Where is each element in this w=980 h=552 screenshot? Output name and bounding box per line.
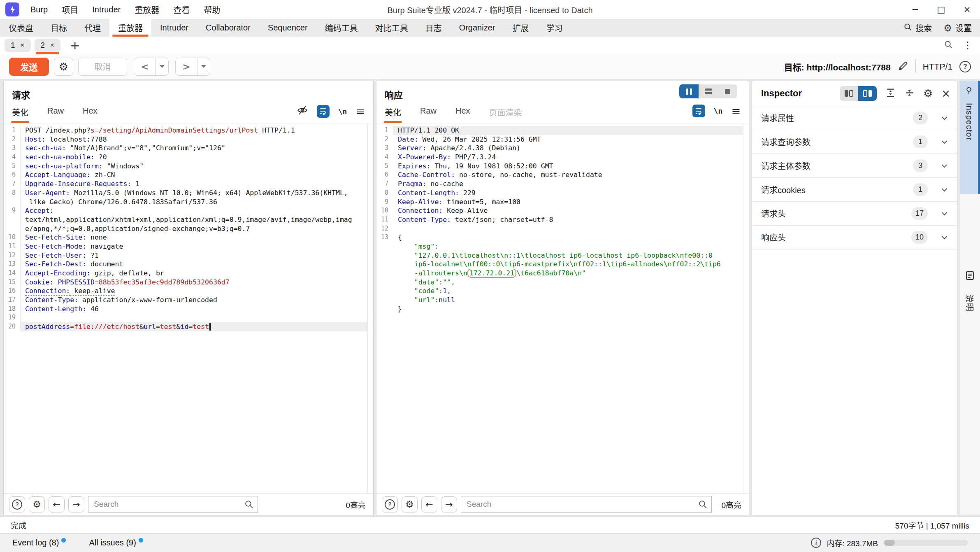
- global-settings-button[interactable]: ⚙ 设置: [943, 22, 972, 34]
- main-tab-7[interactable]: 编码工具: [316, 19, 367, 37]
- main-tab-5[interactable]: Collaborator: [197, 19, 259, 37]
- tab-overflow-menu-icon[interactable]: ⋮: [963, 40, 973, 51]
- code-text: {: [393, 233, 743, 242]
- inspector-settings-icon[interactable]: ⚙: [923, 87, 933, 100]
- search-help-button[interactable]: ?: [382, 496, 398, 512]
- request-header: 请求 美化RawHex \n ≡: [4, 81, 373, 123]
- history-forward-button[interactable]: >: [176, 58, 197, 75]
- menu-item-4[interactable]: 查看: [166, 0, 197, 19]
- editor-menu-icon[interactable]: ≡: [731, 105, 741, 116]
- close-button[interactable]: ×: [954, 0, 980, 19]
- main-tab-11[interactable]: 扩展: [504, 19, 537, 37]
- search-previous-button[interactable]: ←: [421, 496, 437, 512]
- layout-single-button[interactable]: [718, 84, 737, 98]
- rows-icon: [705, 89, 712, 94]
- request-editor[interactable]: 1POST /index.php?s=/setting/ApiAdminDoma…: [4, 123, 373, 493]
- response-view-tab-1[interactable]: Raw: [420, 106, 437, 123]
- sidebar-tab-inspector[interactable]: Inspector: [960, 81, 980, 194]
- eye-off-icon[interactable]: [297, 105, 308, 118]
- close-tab-icon[interactable]: ×: [50, 41, 54, 49]
- inspector-section-3[interactable]: 请求cookies1: [752, 178, 957, 202]
- request-view-tab-1[interactable]: Raw: [47, 106, 64, 123]
- layout-rows-button[interactable]: [699, 84, 718, 98]
- main-tab-6[interactable]: Sequencer: [259, 19, 316, 37]
- request-search-input[interactable]: [88, 496, 258, 513]
- event-log-button[interactable]: Event log (8): [12, 538, 66, 547]
- repeater-tab-1[interactable]: 1×: [5, 39, 31, 52]
- inspector-section-2[interactable]: 请求主体参数3: [752, 154, 957, 178]
- editor-menu-icon[interactable]: ≡: [355, 106, 365, 117]
- cancel-button[interactable]: 取消: [78, 58, 127, 76]
- count-badge: 10: [911, 231, 928, 244]
- edit-target-icon[interactable]: [898, 61, 908, 73]
- code-line: 9Accept:: [4, 206, 373, 215]
- menu-item-1[interactable]: 项目: [55, 0, 85, 19]
- response-view-tab-2[interactable]: Hex: [455, 106, 470, 123]
- main-tab-0[interactable]: 仪表盘: [0, 19, 42, 37]
- repeater-tab-2[interactable]: 2×: [35, 39, 61, 52]
- inspector-section-5[interactable]: 响应头10: [752, 226, 957, 249]
- main-tab-9[interactable]: 日志: [417, 19, 451, 37]
- main-tab-3[interactable]: 重放器: [109, 19, 151, 37]
- target-url: 目标: http://localhost:7788: [784, 61, 891, 73]
- info-icon[interactable]: i: [811, 538, 821, 548]
- menu-item-0[interactable]: Burp: [23, 0, 55, 19]
- menu-item-3[interactable]: 重放器: [128, 0, 166, 19]
- expand-all-icon[interactable]: [885, 88, 896, 100]
- main-tab-1[interactable]: 目标: [42, 19, 76, 37]
- main-tab-2[interactable]: 代理: [76, 19, 109, 37]
- response-view-tab-3[interactable]: 页面渲染: [489, 106, 522, 123]
- forward-button-group: >: [175, 58, 210, 76]
- dock-right-button[interactable]: [858, 86, 877, 101]
- history-back-button[interactable]: <: [134, 58, 156, 75]
- response-view-tab-0[interactable]: 美化: [385, 106, 401, 123]
- minimize-button[interactable]: −: [902, 0, 928, 19]
- help-icon[interactable]: ?: [959, 61, 971, 72]
- search-help-button[interactable]: ?: [9, 496, 25, 512]
- history-back-dropdown[interactable]: [156, 58, 168, 75]
- inspector-section-1[interactable]: 请求查询参数1: [752, 130, 957, 154]
- history-forward-dropdown[interactable]: [197, 58, 210, 75]
- menu-item-2[interactable]: Intruder: [85, 0, 128, 19]
- all-issues-button[interactable]: All issues (9): [89, 538, 143, 547]
- main-tab-12[interactable]: 学习: [537, 19, 571, 37]
- search-settings-button[interactable]: ⚙: [29, 496, 45, 512]
- send-settings-button[interactable]: ⚙: [54, 58, 73, 76]
- maximize-button[interactable]: □: [928, 0, 954, 19]
- code-text: sec-ch-ua-mobile: ?0: [20, 153, 367, 162]
- main-tab-4[interactable]: Intruder: [151, 19, 197, 37]
- dock-left-button[interactable]: [840, 86, 858, 101]
- sidebar-tab-notes[interactable]: 说明: [960, 265, 980, 312]
- response-editor[interactable]: 1HTTP/1.1 200 OK2Date: Wed, 26 Mar 2025 …: [376, 123, 749, 493]
- search-next-button[interactable]: →: [68, 496, 84, 512]
- inspector-close-icon[interactable]: ×: [941, 88, 950, 99]
- send-button[interactable]: 发送: [9, 58, 49, 76]
- inspector-section-0[interactable]: 请求属性2: [752, 106, 957, 130]
- highlight-count: 0高亮: [721, 499, 743, 510]
- request-view-tab-2[interactable]: Hex: [83, 106, 98, 123]
- main-tab-10[interactable]: Organizer: [451, 19, 504, 37]
- code-text: Content-Length: 46: [20, 305, 367, 314]
- word-wrap-toggle-icon[interactable]: [317, 105, 330, 118]
- response-search-input[interactable]: [461, 496, 712, 513]
- code-text: "msg":: [393, 242, 743, 251]
- text-cursor: [209, 323, 211, 331]
- newline-characters-icon[interactable]: \n: [338, 107, 347, 116]
- global-search-button[interactable]: 搜索: [903, 22, 932, 34]
- collapse-all-icon[interactable]: [904, 88, 915, 100]
- add-tab-button[interactable]: +: [67, 38, 82, 52]
- line-number: 6: [4, 170, 20, 179]
- layout-columns-button[interactable]: [679, 84, 699, 98]
- inspector-section-4[interactable]: 请求头17: [752, 202, 957, 226]
- search-settings-button[interactable]: ⚙: [402, 496, 418, 512]
- menu-item-5[interactable]: 帮助: [197, 0, 227, 19]
- newline-characters-icon[interactable]: \n: [714, 107, 723, 115]
- http-version-selector[interactable]: HTTP/1: [923, 62, 952, 72]
- tab-search-icon[interactable]: [944, 40, 953, 51]
- word-wrap-toggle-icon[interactable]: [692, 105, 705, 117]
- close-tab-icon[interactable]: ×: [21, 41, 25, 49]
- main-tab-8[interactable]: 对比工具: [367, 19, 417, 37]
- search-next-button[interactable]: →: [441, 496, 457, 512]
- search-previous-button[interactable]: ←: [49, 496, 65, 512]
- request-view-tab-0[interactable]: 美化: [12, 106, 28, 123]
